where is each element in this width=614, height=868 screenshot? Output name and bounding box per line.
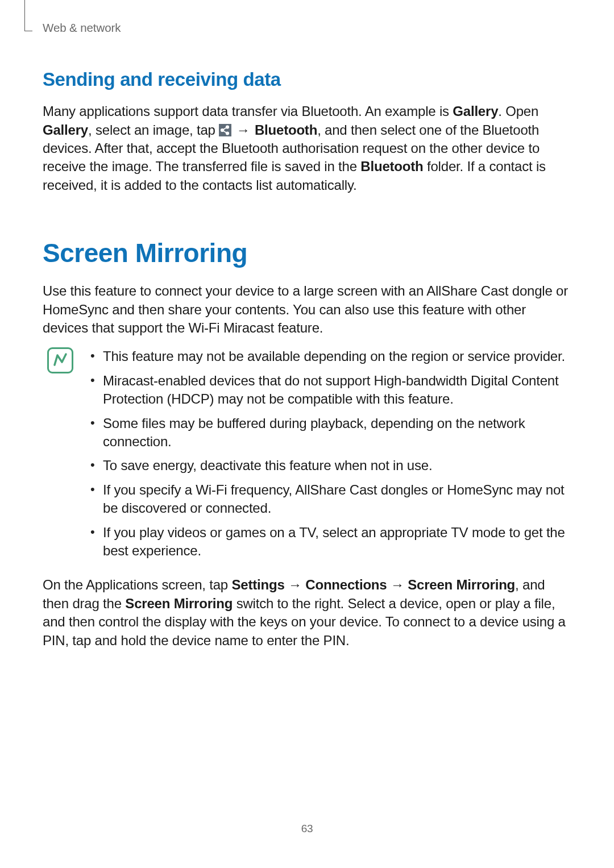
note-item: Some files may be buffered during playba… <box>89 414 571 451</box>
section-heading-sending: Sending and receiving data <box>43 67 571 93</box>
text: On the Applications screen, tap <box>43 577 231 592</box>
bold-bluetooth: Bluetooth <box>255 122 317 138</box>
note-icon-container <box>47 347 73 566</box>
bold-connections: Connections <box>305 577 387 592</box>
bold-screen-mirroring-switch: Screen Mirroring <box>125 596 233 611</box>
bold-gallery: Gallery <box>453 103 498 119</box>
share-icon <box>219 124 231 136</box>
bold-screen-mirroring: Screen Mirroring <box>408 577 515 592</box>
svg-line-4 <box>223 131 226 133</box>
note-item: This feature may not be available depend… <box>89 347 571 366</box>
note-item: If you specify a Wi-Fi frequency, AllSha… <box>89 481 571 518</box>
arrow-separator: → <box>285 577 306 592</box>
text: . Open <box>498 103 538 119</box>
arrow-separator: → <box>231 122 255 138</box>
note-item: If you play videos or games on a TV, sel… <box>89 524 571 560</box>
paragraph-bluetooth-transfer: Many applications support data transfer … <box>43 102 571 194</box>
text: , select an image, tap <box>88 122 219 138</box>
note-icon <box>47 347 73 373</box>
running-header: Web & network <box>43 20 571 36</box>
note-item: To save energy, deactivate this feature … <box>89 456 571 475</box>
bold-gallery-2: Gallery <box>43 122 88 138</box>
section-heading-screen-mirroring: Screen Mirroring <box>43 235 571 271</box>
paragraph-mirroring-intro: Use this feature to connect your device … <box>43 282 571 337</box>
text: Many applications support data transfer … <box>43 103 453 119</box>
note-list: This feature may not be available depend… <box>89 347 571 566</box>
svg-line-3 <box>223 127 226 130</box>
bold-settings: Settings <box>231 577 284 592</box>
paragraph-mirroring-instructions: On the Applications screen, tap Settings… <box>43 576 571 650</box>
page-body: Web & network Sending and receiving data… <box>0 0 614 650</box>
note-callout: This feature may not be available depend… <box>43 347 571 566</box>
note-item: Miracast-enabled devices that do not sup… <box>89 372 571 409</box>
page-number: 63 <box>0 821 614 836</box>
bold-bluetooth-folder: Bluetooth <box>360 159 423 174</box>
header-bracket <box>24 0 32 31</box>
arrow-separator: → <box>387 577 408 592</box>
